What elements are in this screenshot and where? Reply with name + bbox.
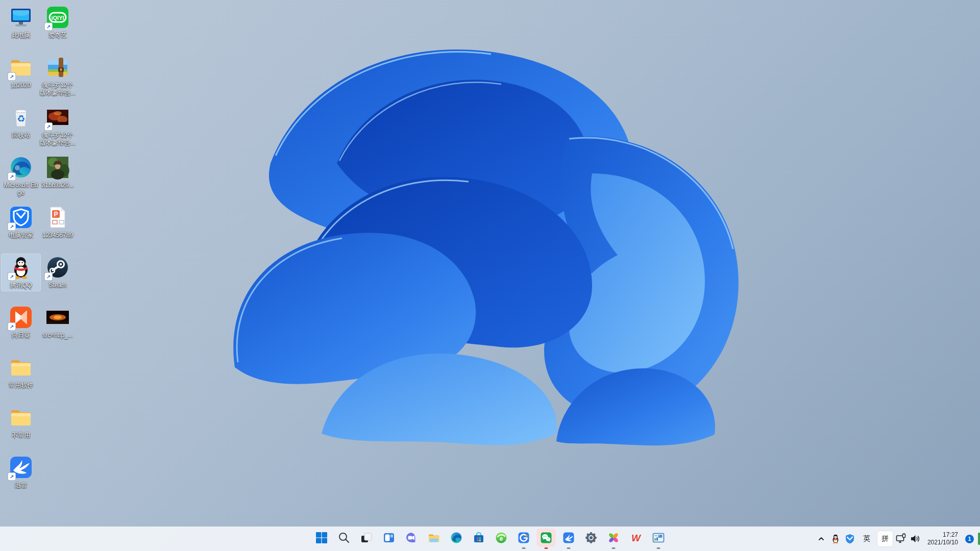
sunlogin-icon: ↗ xyxy=(9,305,33,330)
start-icon xyxy=(315,531,328,546)
desktop-icon-label: 迅雷 xyxy=(15,482,27,489)
desktop-icon[interactable]: ↗腾讯QQ xyxy=(2,254,40,291)
network-ethernet-icon[interactable] xyxy=(895,529,907,549)
edge-icon: ↗ xyxy=(9,155,33,180)
desktop-icon-label: 31bb3a29... xyxy=(41,182,74,189)
steam-icon: ↗ xyxy=(45,255,70,280)
desktop-icon[interactable]: src=http_... xyxy=(38,304,77,341)
svg-text:e: e xyxy=(500,535,503,542)
desktop-icon-label: 如2020 xyxy=(11,82,31,89)
desktop-icon[interactable]: 常用软件 xyxy=(2,354,40,391)
folder-icon xyxy=(9,405,33,430)
volume-speaker-icon[interactable] xyxy=(909,529,921,549)
shortcut-arrow-icon: ↗ xyxy=(8,172,16,181)
widgets-icon xyxy=(382,531,396,546)
running-indicator xyxy=(612,547,616,549)
taskbar-button-image-viewer[interactable] xyxy=(647,527,670,551)
running-indicator xyxy=(657,547,660,549)
clock-date: 2021/10/10 xyxy=(927,539,958,546)
desktop-icon-label: 爱奇艺 xyxy=(48,32,67,39)
taskbar-button-360-browser[interactable]: e xyxy=(490,527,512,551)
file-explorer-icon xyxy=(427,531,440,546)
settings-gear-icon xyxy=(584,531,598,546)
shortcut-arrow-icon: ↗ xyxy=(8,322,16,331)
shortcut-arrow-icon: ↗ xyxy=(44,22,53,31)
shortcut-arrow-icon: ↗ xyxy=(8,72,16,81)
chat-icon xyxy=(405,531,418,546)
desktop-icon[interactable]: ↗电脑管家 xyxy=(2,204,40,241)
desktop-icon[interactable]: 魂斗罗12个版本豪华合... xyxy=(38,54,77,98)
taskbar-button-edge-browser[interactable] xyxy=(445,527,468,551)
svg-text:W: W xyxy=(631,533,642,543)
task-view-icon xyxy=(360,531,373,546)
desktop-icon[interactable]: ↗向日葵 xyxy=(2,304,40,341)
desktop-icon-label: 不常用 xyxy=(12,432,30,439)
taskbar-button-chat[interactable] xyxy=(400,527,423,551)
taskbar-button-start[interactable] xyxy=(310,527,333,551)
shortcut-arrow-icon: ↗ xyxy=(44,122,53,131)
taskbar-button-file-explorer[interactable] xyxy=(423,527,445,551)
ime-mode-indicator[interactable]: 拼 xyxy=(877,529,893,549)
desktop-icon-label: 回收站 xyxy=(12,132,30,139)
taskbar-center-icons: eW xyxy=(310,527,670,551)
folder-icon xyxy=(9,355,33,380)
image-viewer-icon xyxy=(652,531,665,546)
desktop-icon-label: 常用软件 xyxy=(9,382,33,389)
taskbar-button-thunder[interactable] xyxy=(557,527,580,551)
desktop-icon-label: Microsoft Edge xyxy=(3,182,39,197)
taskbar-button-pinwheel-app[interactable] xyxy=(602,527,625,551)
hidden-icons-chevron-icon[interactable] xyxy=(815,529,827,549)
shortcut-arrow-icon: ↗ xyxy=(8,222,16,231)
show-desktop-edge-indicator[interactable] xyxy=(978,533,980,545)
desktop-icon[interactable]: ↗Steam xyxy=(38,254,77,291)
ime-language-indicator[interactable]: 英 xyxy=(858,529,875,549)
store-icon xyxy=(472,531,485,546)
wallpaper-bloom xyxy=(107,10,750,469)
taskbar-button-widgets[interactable] xyxy=(378,527,400,551)
qq-icon: ↗ xyxy=(9,255,33,280)
desktop-icon[interactable]: ↗如2020 xyxy=(2,54,40,91)
notification-count-badge[interactable]: 1 xyxy=(965,535,974,543)
desktop-icon[interactable]: ↗Microsoft Edge xyxy=(2,154,40,198)
desktop-icon[interactable]: ↗魂斗罗12个版本豪华合... xyxy=(38,104,77,148)
desktop-icon[interactable]: 31bb3a29... xyxy=(38,154,77,191)
svg-text:iQIYI: iQIYI xyxy=(51,15,64,21)
blue-g-icon xyxy=(517,531,530,546)
taskbar-button-search[interactable] xyxy=(333,527,355,551)
pc-manager-tray-icon[interactable] xyxy=(844,529,856,549)
taskbar-button-wps-office[interactable]: W xyxy=(625,527,647,551)
desktop-icon[interactable]: ↗迅雷 xyxy=(2,454,40,491)
taskbar-button-microsoft-store[interactable] xyxy=(468,527,490,551)
photo-image-icon xyxy=(45,155,70,180)
taskbar-button-settings[interactable] xyxy=(580,527,602,551)
shortcut-arrow-icon: ↗ xyxy=(8,472,16,481)
ppt-file-icon: P xyxy=(45,205,70,230)
running-indicator xyxy=(522,547,526,549)
browser-360-icon: e xyxy=(495,531,508,546)
desktop-icon-label: 电脑管家 xyxy=(9,232,33,239)
desktop-icon[interactable]: ♻回收站 xyxy=(2,104,40,141)
clock-time: 17:27 xyxy=(927,531,958,539)
taskbar-button-task-view[interactable] xyxy=(355,527,378,551)
qq-tray-icon[interactable] xyxy=(829,529,842,549)
thunder-icon: ↗ xyxy=(9,455,33,480)
edge-orb-icon xyxy=(450,531,463,546)
taskbar-button-blue-g-app[interactable] xyxy=(512,527,535,551)
this-pc-icon xyxy=(9,5,33,30)
recycle-bin-icon: ♻ xyxy=(9,105,33,130)
desktop-icon[interactable]: iQIYI↗爱奇艺 xyxy=(38,4,77,41)
taskbar-clock[interactable]: 17:27 2021/10/10 xyxy=(927,531,958,546)
taskbar: eW 英 拼 xyxy=(0,527,980,551)
taskbar-button-wechat[interactable] xyxy=(535,527,557,551)
pinwheel-icon xyxy=(607,531,620,546)
desktop-icon[interactable]: 不常用 xyxy=(2,404,40,441)
desktop-icon[interactable]: 此电脑 xyxy=(2,4,40,41)
desktop-icon-label: 腾讯QQ xyxy=(10,282,32,289)
shortcut-arrow-icon: ↗ xyxy=(44,272,53,281)
rar-archive-icon xyxy=(45,55,70,80)
pc-manager-icon: ↗ xyxy=(9,205,33,230)
iqiyi-icon: iQIYI↗ xyxy=(45,5,70,30)
folder-icon: ↗ xyxy=(9,55,33,80)
desktop-icon[interactable]: P123456789 xyxy=(38,204,77,241)
running-indicator xyxy=(567,547,571,549)
